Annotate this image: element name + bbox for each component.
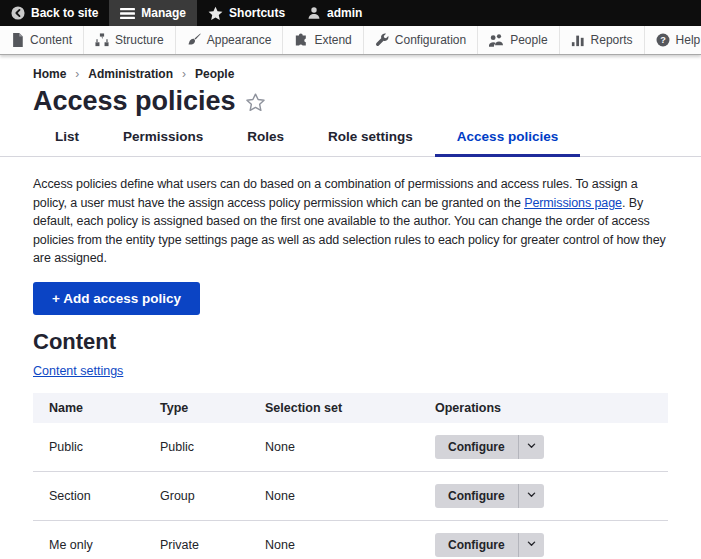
toolbar-item-appearance[interactable]: Appearance: [176, 26, 284, 54]
chevron-down-icon: [526, 538, 537, 552]
cell-type: Public: [144, 423, 249, 472]
cell-selection-set: None: [249, 423, 419, 472]
toolbar-item-label: Extend: [314, 33, 351, 47]
cell-operations: Configure: [419, 423, 668, 472]
page-title: Access policies: [0, 86, 701, 116]
paintbrush-icon: [187, 33, 201, 47]
toolbar-item-label: People: [510, 33, 547, 47]
page-content: Home › Administration › People Access po…: [0, 55, 701, 559]
shortcuts-button[interactable]: Shortcuts: [197, 0, 296, 26]
chevron-down-icon: [526, 440, 537, 454]
puzzle-icon: [294, 33, 308, 47]
toolbar-item-label: Configuration: [395, 33, 466, 47]
configure-dropbutton: Configure: [435, 435, 544, 459]
wrench-icon: [375, 33, 389, 47]
dropbutton-toggle[interactable]: [518, 533, 544, 557]
toolbar-item-people[interactable]: People: [478, 26, 559, 54]
column-header-name: Name: [33, 393, 144, 423]
bookmark-star-icon[interactable]: [246, 90, 265, 112]
configure-button[interactable]: Configure: [435, 533, 518, 557]
cell-selection-set: None: [249, 471, 419, 520]
breadcrumb-separator: ›: [75, 67, 79, 81]
breadcrumb-administration-link[interactable]: Administration: [88, 67, 173, 81]
manage-menu-button[interactable]: Manage: [109, 0, 197, 26]
breadcrumb-people-link[interactable]: People: [195, 67, 234, 81]
toolbar-item-label: Appearance: [207, 33, 272, 47]
toolbar-item-label: Structure: [115, 33, 164, 47]
page-title-text: Access policies: [33, 86, 236, 116]
tab-list[interactable]: List: [33, 118, 101, 157]
cell-operations: Configure: [419, 471, 668, 520]
permissions-page-link[interactable]: Permissions page: [524, 196, 622, 210]
add-access-policy-button[interactable]: + Add access policy: [33, 282, 200, 315]
svg-text:?: ?: [660, 35, 666, 45]
tab-access-policies[interactable]: Access policies: [435, 118, 580, 157]
cell-selection-set: None: [249, 520, 419, 559]
admin-top-bar: Back to site Manage Shortcuts admin: [0, 0, 701, 26]
table-row: Public Public None Configure: [33, 423, 668, 472]
admin-menu-toolbar: Content Structure Appearance Extend Conf…: [0, 26, 701, 55]
primary-tabs: List Permissions Roles Role settings Acc…: [0, 118, 701, 157]
table-row: Me only Private None Configure: [33, 520, 668, 559]
page-description: Access policies define what users can do…: [33, 175, 668, 268]
back-circle-icon: [11, 6, 25, 20]
toolbar-item-extend[interactable]: Extend: [283, 26, 363, 54]
file-icon: [11, 33, 24, 47]
dropbutton-toggle[interactable]: [518, 435, 544, 459]
column-header-operations: Operations: [419, 393, 668, 423]
configure-dropbutton: Configure: [435, 533, 544, 557]
hamburger-icon: [120, 7, 135, 20]
content-section-heading: Content: [33, 329, 668, 355]
toolbar-item-help[interactable]: ? Help: [645, 26, 701, 54]
sitemap-icon: [95, 33, 109, 47]
cell-type: Private: [144, 520, 249, 559]
cell-type: Group: [144, 471, 249, 520]
dropbutton-toggle[interactable]: [518, 484, 544, 508]
breadcrumb-separator: ›: [182, 67, 186, 81]
configure-button[interactable]: Configure: [435, 484, 518, 508]
configure-button[interactable]: Configure: [435, 435, 518, 459]
bar-chart-icon: [571, 33, 585, 47]
toolbar-item-content[interactable]: Content: [0, 26, 84, 54]
table-header-row: Name Type Selection set Operations: [33, 393, 668, 423]
people-icon: [489, 33, 504, 47]
manage-label: Manage: [141, 6, 186, 20]
cell-operations: Configure: [419, 520, 668, 559]
toolbar-item-label: Content: [30, 33, 72, 47]
column-header-selection-set: Selection set: [249, 393, 419, 423]
user-menu-button[interactable]: admin: [296, 0, 373, 26]
content-settings-link[interactable]: Content settings: [33, 364, 123, 378]
shortcuts-label: Shortcuts: [229, 6, 285, 20]
cell-name: Section: [33, 471, 144, 520]
tab-roles[interactable]: Roles: [225, 118, 306, 157]
toolbar-item-label: Reports: [591, 33, 633, 47]
breadcrumb: Home › Administration › People: [0, 67, 701, 81]
toolbar-item-reports[interactable]: Reports: [560, 26, 645, 54]
help-icon: ?: [656, 33, 670, 47]
drupal-admin-screen: Back to site Manage Shortcuts admin: [0, 0, 701, 559]
tab-role-settings[interactable]: Role settings: [306, 118, 435, 157]
breadcrumb-home-link[interactable]: Home: [33, 67, 66, 81]
chevron-down-icon: [526, 489, 537, 503]
user-icon: [307, 6, 321, 20]
cell-name: Public: [33, 423, 144, 472]
toolbar-item-structure[interactable]: Structure: [84, 26, 176, 54]
configure-dropbutton: Configure: [435, 484, 544, 508]
back-to-site-label: Back to site: [31, 6, 98, 20]
user-label: admin: [327, 6, 362, 20]
main-region: Access policies define what users can do…: [0, 175, 701, 559]
toolbar-item-label: Help: [676, 33, 701, 47]
star-icon: [208, 6, 223, 21]
column-header-type: Type: [144, 393, 249, 423]
access-policies-table: Name Type Selection set Operations Publi…: [33, 393, 668, 559]
tab-permissions[interactable]: Permissions: [101, 118, 225, 157]
cell-name: Me only: [33, 520, 144, 559]
table-row: Section Group None Configure: [33, 471, 668, 520]
toolbar-item-configuration[interactable]: Configuration: [364, 26, 478, 54]
back-to-site-button[interactable]: Back to site: [0, 0, 109, 26]
